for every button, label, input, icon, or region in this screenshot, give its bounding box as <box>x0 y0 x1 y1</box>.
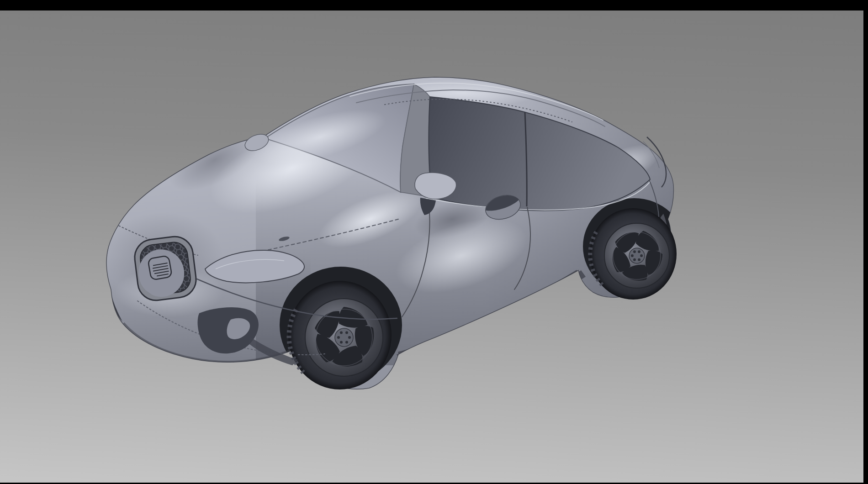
letterbox-top-bar <box>0 0 868 11</box>
rear-wheel <box>590 208 677 300</box>
render-viewport[interactable] <box>0 0 868 484</box>
front-wheel <box>288 281 392 389</box>
mirror-housing <box>415 173 456 199</box>
grille <box>132 235 198 303</box>
letterbox-right-bar <box>863 0 868 484</box>
car-render <box>0 0 868 484</box>
